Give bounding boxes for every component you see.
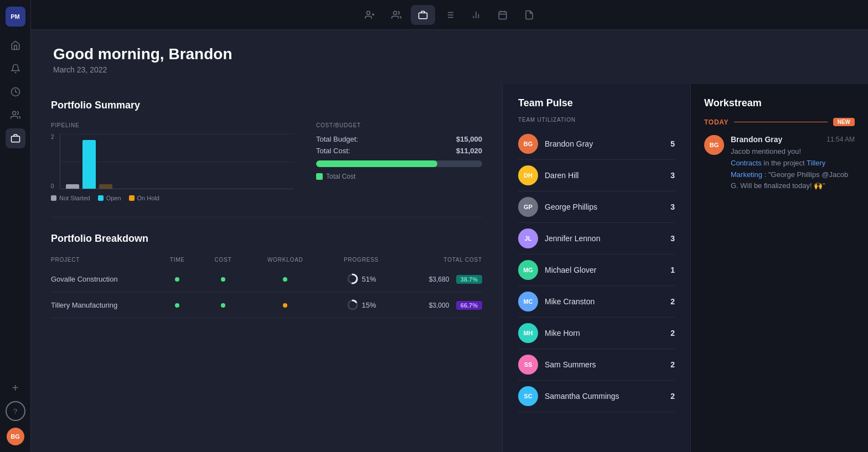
team-row-brandon[interactable]: BG Brandon Gray 5 (518, 128, 675, 160)
today-bar: TODAY NEW (704, 118, 855, 126)
team-name-daren: Daren Hill (545, 171, 664, 180)
progress-ring-2 (347, 299, 359, 311)
topnav-team-add[interactable] (358, 5, 382, 25)
team-name-samantha: Samantha Cummings (545, 392, 664, 401)
sidebar-item-portfolio[interactable] (6, 128, 25, 148)
ws-link-contracts[interactable]: Contracts (731, 159, 762, 167)
team-avatar-samantha: SC (518, 386, 538, 406)
team-name-michael: Michael Glover (545, 266, 664, 274)
clock-icon (11, 87, 20, 97)
cost-budget-label: COST/BUDGET (316, 122, 482, 128)
pipeline-label: PIPELINE (51, 122, 294, 128)
svg-point-6 (394, 11, 397, 14)
portfolio-panel: Portfolio Summary PIPELINE 2 0 (31, 84, 503, 452)
sidebar-item-add[interactable]: + (6, 378, 25, 398)
calendar-icon (498, 10, 508, 20)
progress-ring-1 (347, 273, 359, 285)
team-util-label: TEAM UTILIZATION (518, 117, 675, 123)
team-count-mike-c: 2 (670, 297, 675, 306)
home-icon (11, 40, 20, 50)
team-row-sam[interactable]: SS Sam Summers 2 (518, 349, 675, 381)
progress-pct-2: 15% (362, 301, 376, 309)
bell-icon (11, 64, 20, 74)
svg-point-3 (366, 11, 370, 14)
svg-rect-17 (499, 12, 507, 19)
workload-dot-1 (283, 277, 287, 282)
briefcase-icon (11, 133, 20, 143)
topnav-list[interactable] (437, 5, 462, 25)
table-row: Govalle Construction (51, 266, 482, 292)
total-budget-label: Total Budget: (316, 135, 358, 143)
content-area: Good morning, Brandon March 23, 2022 Por… (31, 30, 868, 452)
topnav-chart[interactable] (464, 5, 488, 25)
svg-rect-7 (419, 13, 427, 19)
team-pulse-title: Team Pulse (518, 97, 675, 109)
team-count-daren: 3 (670, 171, 675, 180)
topnav-doc[interactable] (517, 5, 541, 25)
sidebar-item-time[interactable] (6, 82, 25, 102)
col-cost: COST (199, 253, 247, 266)
cost-dot-1 (221, 277, 225, 282)
team-row-michael[interactable]: MG Michael Glover 1 (518, 254, 675, 286)
team-avatar-michael: MG (518, 260, 538, 280)
today-label: TODAY (704, 118, 728, 126)
progress-pct-1: 51% (362, 275, 376, 283)
team-avatar-george: GP (518, 197, 538, 217)
team-avatar-daren: DH (518, 165, 538, 185)
time-dot-2 (175, 303, 179, 308)
team-pulse-panel: Team Pulse TEAM UTILIZATION BG Brandon G… (503, 84, 691, 452)
bar-open (82, 140, 96, 189)
team-row-jennifer[interactable]: JL Jennifer Lennon 3 (518, 223, 675, 254)
ws-name: Brandon Gray (731, 135, 782, 144)
ws-text-mid: in the project (763, 159, 807, 167)
users-icon (11, 110, 20, 120)
team-count-jennifer: 3 (670, 234, 675, 243)
portfolio-summary-title: Portfolio Summary (51, 100, 482, 111)
project-name-2: Tillery Manufacturing (51, 292, 155, 318)
team-row-mike-c[interactable]: MC Mike Cranston 2 (518, 286, 675, 318)
cost-legend-dot (316, 173, 323, 180)
user-plus-icon (365, 10, 375, 20)
user-avatar[interactable]: BG (7, 428, 24, 445)
col-total-cost: TOTAL COST (399, 253, 482, 266)
cost-legend-label: Total Cost (326, 173, 355, 180)
team-avatar-jennifer: JL (518, 228, 538, 248)
sidebar-item-home[interactable] (6, 35, 25, 55)
app-logo[interactable]: PM (6, 7, 25, 27)
team-row-samantha[interactable]: SC Samantha Cummings 2 (518, 381, 675, 412)
team-avatar-mike-h: MH (518, 323, 538, 343)
legend-open: Open (106, 195, 121, 201)
svg-point-1 (12, 111, 16, 115)
top-nav (31, 0, 868, 30)
users2-icon (391, 10, 401, 20)
legend-on-hold-dot (129, 195, 135, 201)
total-budget-value: $15,000 (456, 135, 482, 143)
topnav-portfolio[interactable] (411, 5, 435, 25)
project-name-1: Govalle Construction (51, 266, 155, 292)
topnav-calendar[interactable] (490, 5, 515, 25)
chart-y-0: 0 (51, 183, 54, 189)
legend-not-started-dot (51, 195, 56, 201)
time-dot-1 (175, 277, 179, 282)
team-row-mike-h[interactable]: MH Mike Horn 2 (518, 318, 675, 349)
team-row-daren[interactable]: DH Daren Hill 3 (518, 160, 675, 191)
sidebar-item-people[interactable] (6, 105, 25, 125)
pipeline-chart: PIPELINE 2 0 (51, 122, 294, 201)
bar-not-started (66, 184, 79, 189)
workstream-title: Workstream (704, 97, 855, 109)
cost-budget: COST/BUDGET Total Budget: $15,000 Total … (316, 122, 482, 180)
sidebar-item-notifications[interactable] (6, 59, 25, 79)
topnav-team[interactable] (384, 5, 409, 25)
workstream-panel: Workstream TODAY NEW BG Brandon Gray 11:… (691, 84, 868, 452)
section-divider (51, 217, 482, 217)
bar-chart-icon (471, 10, 481, 20)
total-cost-2: $3,000 (429, 302, 450, 309)
team-count-brandon: 5 (670, 139, 675, 148)
team-count-samantha: 2 (670, 392, 675, 401)
team-avatar-brandon: BG (518, 134, 538, 154)
main-area: Good morning, Brandon March 23, 2022 Por… (31, 0, 868, 452)
sidebar-item-help[interactable]: ? (6, 401, 25, 421)
team-row-george[interactable]: GP George Phillips 3 (518, 191, 675, 223)
today-line (734, 122, 827, 122)
team-count-michael: 1 (670, 266, 675, 274)
